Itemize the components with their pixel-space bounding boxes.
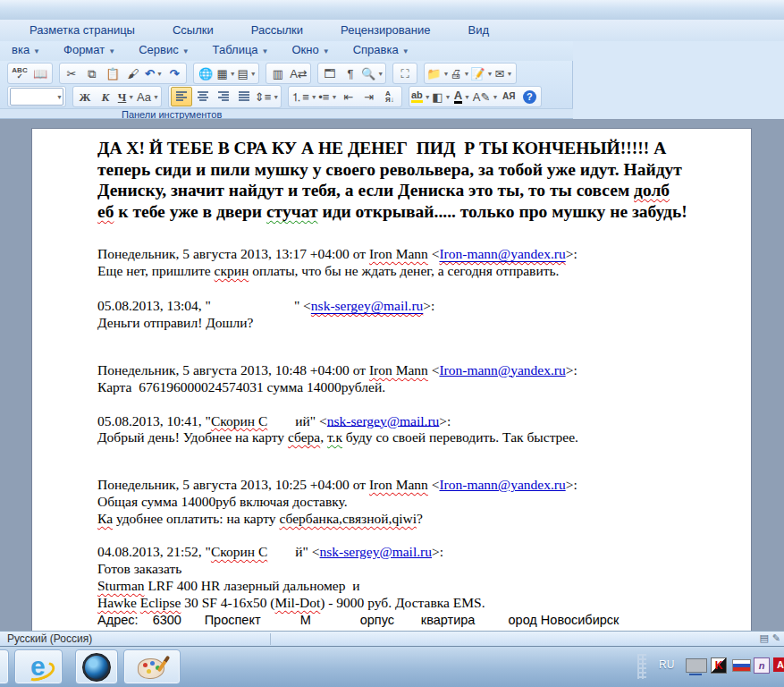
email-link[interactable]: nsk-sergey@mail.ru xyxy=(311,298,423,313)
line-spacing-button[interactable]: ⇕≡▼ xyxy=(255,88,279,106)
zoom-button[interactable]: 🔍▼ xyxy=(361,64,384,82)
menu-table[interactable]: Таблица▼ xyxy=(201,40,281,62)
research-button[interactable]: 📖 xyxy=(30,64,50,82)
font-size-button[interactable]: ▼ xyxy=(10,88,63,106)
align-right-button[interactable] xyxy=(214,88,233,106)
show-marks-button[interactable]: ¶ xyxy=(341,64,360,82)
doc-paragraph: Адрес: 6300 Проспект М орпус квартира ор… xyxy=(97,611,692,629)
chevron-down-icon: ▼ xyxy=(250,71,257,77)
email-link[interactable]: nsk-sergey@mail.ru xyxy=(320,544,432,559)
print-button[interactable]: 🖨▼ xyxy=(450,64,469,82)
bold-button[interactable]: Ж xyxy=(75,88,95,106)
chevron-down-icon: ▼ xyxy=(444,94,451,100)
paste-button[interactable]: 📋 xyxy=(103,64,122,82)
taskbar-button-media-app[interactable] xyxy=(75,649,118,684)
shading-button[interactable]: ◧▼ xyxy=(432,88,451,106)
email-link[interactable]: Iron-mann@yandex.ru xyxy=(439,477,565,492)
numbering-button[interactable]: ⒈≡▼ xyxy=(291,88,317,106)
taskbar-button-paint[interactable] xyxy=(123,649,181,684)
misspelled-text: Скорин С xyxy=(211,412,267,428)
ribbon-tab-view[interactable]: Вид xyxy=(449,20,508,41)
chevron-down-icon: ▼ xyxy=(492,94,498,100)
doc-paragraph: Ка удобнее оплатить: на карту сбербанка,… xyxy=(97,510,692,527)
undo-button[interactable]: ↶▼ xyxy=(144,64,164,82)
font-color-button[interactable]: А▼ xyxy=(452,88,472,106)
columns-icon: ▥ xyxy=(273,68,283,80)
italic-button[interactable]: К xyxy=(96,88,115,106)
ribbon-tab-references[interactable]: Ссылки xyxy=(154,20,232,41)
envelope-icon: ✉ xyxy=(495,68,505,80)
text-run: < xyxy=(428,477,440,492)
format-painter-button[interactable]: 🖌 xyxy=(123,64,143,82)
email-link[interactable]: Iron-mann@yandex.ru xyxy=(439,246,565,261)
doc-paragraph: Hawke Eclipse 30 SF 4-16x50 (Mil-Dot) - … xyxy=(97,594,692,611)
macro-record-icon[interactable]: ✎ xyxy=(772,632,780,644)
sort-az-button[interactable]: А Я↓ xyxy=(380,88,400,106)
menu-edit-partial[interactable]: вка▼ xyxy=(0,40,52,62)
menu-format[interactable]: Формат▼ xyxy=(52,40,127,62)
display-settings-icon[interactable] xyxy=(686,658,707,673)
copy-button[interactable]: ⧉ xyxy=(82,64,102,82)
columns-button[interactable]: ▥ xyxy=(268,64,288,82)
menu-window[interactable]: Окно▼ xyxy=(281,40,341,62)
taskbar-button-partial[interactable] xyxy=(0,649,9,684)
email-link[interactable]: Iron-mann@yandex.ru xyxy=(439,362,565,377)
bullets-button[interactable]: •≡▼ xyxy=(318,88,338,106)
ribbon-tab-page-layout[interactable]: Разметка страницы xyxy=(11,20,154,41)
full-screen-button[interactable]: ⛶ xyxy=(395,64,415,82)
borders-button[interactable]: ▦▼ xyxy=(216,64,236,82)
justify-button[interactable] xyxy=(234,88,254,106)
misspelled-text: Iron-mann@yandex.ru xyxy=(439,246,565,261)
email-link[interactable]: nsk-sergey@mail.ru xyxy=(327,412,439,428)
insert-hyperlink-button[interactable]: 🌐 xyxy=(196,64,215,82)
document-map-button[interactable]: 🗔 xyxy=(320,64,340,82)
tray-grip-icon[interactable] xyxy=(637,654,646,679)
help-button[interactable]: ? xyxy=(519,88,539,106)
kaspersky-icon[interactable]: K xyxy=(711,657,727,674)
font-effects-button[interactable]: А✎▼ xyxy=(473,88,499,106)
increase-indent-button[interactable]: ⇥ xyxy=(359,88,379,106)
insert-table-button[interactable]: ▤▼ xyxy=(237,64,257,82)
language-indicator[interactable]: Русский (Россия) xyxy=(7,632,92,646)
doc-paragraph: Карта 676196000024574031 сумма 14000рубл… xyxy=(97,378,692,395)
redo-icon: ↷ xyxy=(170,68,180,80)
justify-icon xyxy=(238,91,250,102)
align-left-button[interactable] xyxy=(171,87,192,106)
chevron-down-icon: ▼ xyxy=(425,94,431,100)
underline-button[interactable]: Ч▼ xyxy=(116,88,136,106)
new-note-button[interactable]: 📝▼ xyxy=(470,64,493,82)
russian-flag-icon[interactable] xyxy=(732,659,751,672)
show-marks-icon: ¶ xyxy=(348,68,354,80)
onenote-icon[interactable]: n xyxy=(754,657,770,674)
redo-button[interactable]: ↷ xyxy=(164,64,184,82)
cut-button[interactable]: ✂ xyxy=(62,64,81,82)
ribbon-tab-review[interactable]: Рецензирование xyxy=(322,20,449,41)
envelope-button[interactable]: ✉▼ xyxy=(494,64,514,82)
align-center-button[interactable] xyxy=(193,88,213,106)
sort-text-button[interactable]: А⇄ xyxy=(289,64,308,82)
tray-language-indicator[interactable]: RU xyxy=(659,658,674,671)
menu-tools[interactable]: Сервис▼ xyxy=(127,40,200,62)
decrease-indent-button[interactable]: ⇤ xyxy=(339,88,358,106)
new-document-button[interactable]: 📁▼ xyxy=(426,64,449,82)
chevron-down-icon: ▼ xyxy=(230,71,236,77)
censored-text xyxy=(267,542,295,556)
text-run: >: xyxy=(439,412,451,428)
spelling-button[interactable]: ABC ✓ xyxy=(10,64,30,82)
censored-text xyxy=(181,611,201,624)
adobe-icon[interactable]: A xyxy=(773,657,784,672)
document-page[interactable]: ДА Х! Й ТЕБЕ В СРА КУ А НЕ ДЕНЕГ ПИД Р Т… xyxy=(31,128,752,632)
proofing-status-icon[interactable]: ▤ xyxy=(759,632,768,644)
text-run: Понедельник, 5 августа 2013, 10:25 +04:0… xyxy=(97,477,369,492)
status-divider xyxy=(270,633,271,645)
ribbon-tab-mailings[interactable]: Рассылки xyxy=(232,20,322,41)
help-icon: ? xyxy=(523,90,536,104)
highlight-button[interactable]: ab▼ xyxy=(411,88,431,106)
menu-help[interactable]: Справка▼ xyxy=(341,40,421,62)
chevron-down-icon: ▼ xyxy=(56,94,63,100)
misspelled-text: т.к xyxy=(327,429,342,445)
taskbar-button-internet-explorer[interactable]: e xyxy=(14,649,63,684)
change-case-button[interactable]: Aa▼ xyxy=(137,88,159,106)
clear-format-button[interactable]: АЯ xyxy=(499,88,518,106)
numbering-icon: ⒈≡ xyxy=(291,91,309,103)
